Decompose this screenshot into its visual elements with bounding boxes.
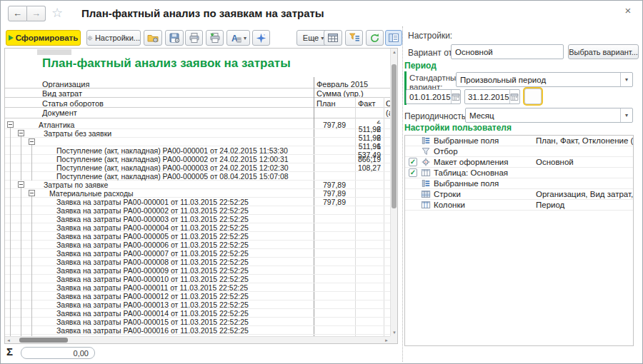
tree-gutter[interactable]	[5, 326, 16, 335]
tree-gutter[interactable]	[16, 181, 26, 189]
tree-gutter[interactable]	[16, 121, 26, 129]
tree-gutter[interactable]	[26, 292, 37, 300]
magic-wand-button[interactable]	[252, 30, 270, 46]
user-setting-row[interactable]: ✓ Колонки Период	[405, 200, 633, 211]
tree-gutter[interactable]	[16, 206, 26, 215]
tree-gutter[interactable]	[16, 189, 26, 198]
tree-gutter[interactable]	[5, 155, 16, 163]
report-row[interactable]: Заявка на затраты РА00-000005 от 11.03.2…	[5, 232, 391, 241]
tree-gutter[interactable]	[5, 266, 16, 275]
tree-gutter[interactable]	[16, 275, 26, 283]
tree-gutter[interactable]	[26, 258, 37, 266]
report-row[interactable]: Заявка на затраты РА00-000006 от 11.03.2…	[5, 241, 391, 249]
report-row[interactable]: Поступление (акт, накладная) РА00-000003…	[5, 163, 391, 172]
tree-gutter[interactable]	[16, 258, 26, 266]
tree-gutter[interactable]	[5, 121, 16, 129]
row-label-cell[interactable]: Поступление (акт, накладная) РА00-000003…	[37, 163, 314, 172]
report-row[interactable]: Заявка на затраты РА00-000003 от 11.03.2…	[5, 215, 391, 223]
chevron-down-icon[interactable]: ▾	[620, 108, 632, 122]
date-from-field[interactable]: 01.01.2015	[406, 89, 461, 104]
vertical-scrollbar[interactable]: ▲ ▼	[390, 49, 397, 336]
report-row[interactable]: Заявка на затраты РА00-000015 от 11.03.2…	[5, 318, 391, 326]
tree-gutter[interactable]	[26, 223, 37, 232]
tree-gutter[interactable]	[26, 121, 37, 129]
tree-gutter[interactable]	[5, 223, 16, 232]
tree-gutter[interactable]	[5, 198, 16, 206]
report-row[interactable]: Поступление (акт, накладная) РА00-000005…	[5, 172, 391, 181]
row-label-cell[interactable]: Заявка на затраты РА00-000004 от 11.03.2…	[37, 223, 314, 232]
report-row[interactable]: Затраты без заявки 2 511,96	[5, 129, 391, 138]
user-setting-row[interactable]: ✓ Таблица: Основная	[405, 168, 633, 178]
tree-gutter[interactable]	[16, 326, 26, 335]
settings-button[interactable]: Настройки...	[86, 30, 141, 46]
tree-gutter[interactable]	[26, 318, 37, 326]
tree-gutter[interactable]	[16, 309, 26, 318]
row-label-cell[interactable]: Затраты без заявки	[37, 129, 314, 138]
tree-gutter[interactable]	[16, 266, 26, 275]
report-row[interactable]: Заявка на затраты РА00-000010 от 11.03.2…	[5, 275, 391, 283]
tree-gutter[interactable]	[5, 163, 16, 172]
row-label-cell[interactable]: Заявка на затраты РА00-000011 от 11.03.2…	[37, 283, 314, 292]
generate-button[interactable]: Сформировать	[6, 30, 81, 46]
tree-gutter[interactable]	[26, 155, 37, 163]
row-plan-cell[interactable]: 797,89	[314, 189, 355, 198]
print-preview-button[interactable]	[206, 30, 224, 46]
save-variant-button[interactable]	[165, 30, 184, 46]
report-row[interactable]: Материальные расходы 797,89	[5, 189, 391, 198]
tree-gutter[interactable]	[26, 198, 37, 206]
report-row[interactable]: Заявка на затраты РА00-000012 от 11.03.2…	[5, 292, 391, 300]
report-row[interactable]: Заявка на затраты РА00-000004 от 11.03.2…	[5, 223, 391, 232]
tree-gutter[interactable]	[5, 138, 16, 146]
user-setting-row[interactable]: ✓ Строки Организация, Вид затрат, Ста...	[405, 189, 633, 200]
tree-gutter[interactable]	[26, 266, 37, 275]
tree-gutter[interactable]	[16, 223, 26, 232]
tree-gutter[interactable]	[16, 129, 26, 138]
tree-gutter[interactable]	[26, 189, 37, 198]
report-row[interactable]: Заявка на затраты РА00-000011 от 11.03.2…	[5, 283, 391, 292]
row-label-cell[interactable]: Заявка на затраты РА00-000005 от 11.03.2…	[37, 232, 314, 241]
tree-gutter[interactable]	[26, 283, 37, 292]
row-label-cell[interactable]: Материальные расходы	[37, 189, 314, 198]
tree-gutter[interactable]	[16, 146, 26, 155]
row-label-cell[interactable]: Поступление (акт, накладная) РА00-000002…	[37, 155, 314, 163]
row-label-cell[interactable]: Заявка на затраты РА00-000003 от 11.03.2…	[37, 215, 314, 223]
tree-gutter[interactable]	[26, 275, 37, 283]
tree-gutter[interactable]	[26, 181, 37, 189]
tree-gutter[interactable]	[16, 283, 26, 292]
tree-gutter[interactable]	[5, 292, 16, 300]
tree-gutter[interactable]	[26, 129, 37, 138]
row-label-cell[interactable]: Атлантика	[37, 121, 314, 129]
tree-gutter[interactable]	[26, 163, 37, 172]
scroll-right-icon[interactable]: ►	[383, 338, 390, 343]
scroll-up-icon[interactable]: ▲	[391, 50, 398, 54]
tree-gutter[interactable]	[26, 249, 37, 258]
tree-gutter[interactable]	[5, 309, 16, 318]
report-row[interactable]: Заявка на затраты РА00-000009 от 11.03.2…	[5, 266, 391, 275]
user-setting-row[interactable]: ✓ Выбранные поля	[405, 178, 633, 189]
user-setting-row[interactable]: ✓ Выбранные поля План, Факт, Отклонение …	[405, 136, 633, 146]
row-label-cell[interactable]: Заявка на затраты РА00-000002 от 11.03.2…	[37, 206, 314, 215]
report-row[interactable]: Заявка на затраты РА00-000013 от 11.03.2…	[5, 300, 391, 309]
tree-gutter[interactable]	[26, 326, 37, 335]
user-setting-row[interactable]: ✓ Отбор	[405, 146, 633, 157]
row-label-cell[interactable]: Заявка на затраты РА00-000014 от 11.03.2…	[37, 309, 314, 318]
tree-gutter[interactable]	[26, 309, 37, 318]
report-row[interactable]: Заявка на затраты РА00-000002 от 11.03.2…	[5, 206, 391, 215]
tree-gutter[interactable]	[26, 172, 37, 181]
forward-button[interactable]: →	[27, 6, 46, 21]
tree-gutter[interactable]	[5, 146, 16, 155]
tree-gutter[interactable]	[26, 241, 37, 249]
tree-gutter[interactable]	[16, 172, 26, 181]
horizontal-scrollbar[interactable]: ◄ ►	[5, 336, 390, 343]
refresh-button[interactable]	[366, 30, 384, 46]
report-row[interactable]: Заявка на затраты РА00-000001 от 11.03.2…	[5, 198, 391, 206]
row-label-cell[interactable]: Заявка на затраты РА00-000007 от 11.03.2…	[37, 249, 314, 258]
favorite-star-icon[interactable]: ☆	[51, 5, 63, 21]
close-icon[interactable]: ×	[622, 4, 634, 16]
row-label-cell[interactable]: Затраты по заявке	[37, 181, 314, 189]
tree-gutter[interactable]	[16, 155, 26, 163]
row-label-cell[interactable]: Заявка на затраты РА00-000015 от 11.03.2…	[37, 318, 314, 326]
open-variant-button[interactable]	[144, 30, 162, 46]
tree-gutter[interactable]	[5, 249, 16, 258]
tree-gutter[interactable]	[16, 241, 26, 249]
